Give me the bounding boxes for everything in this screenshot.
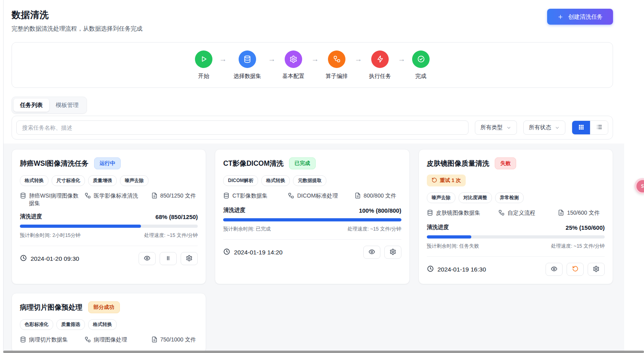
gear-icon: [389, 248, 396, 256]
progress-bar-fill: [223, 218, 401, 221]
create-task-button[interactable]: 创建清洗任务: [547, 9, 613, 25]
status-filter-dropdown[interactable]: 所有状态: [523, 120, 565, 135]
view-button[interactable]: [363, 246, 380, 259]
processing-speed: 处理速度: ~15 文件/分钟: [144, 232, 198, 239]
task-datetime: 2024-01-19 16:30: [427, 265, 486, 274]
page-subtitle: 完整的数据清洗处理流程，从数据选择到任务完成: [12, 25, 143, 33]
retry-button[interactable]: [567, 263, 584, 276]
task-cards-section: 肺癌WSI图像清洗任务 运行中 格式转换 尺寸标准化 质量增强 噪声去除 肺癌W…: [4, 144, 624, 353]
tag: 格式转换: [20, 175, 48, 186]
workflow-step-operators: 算子编排: [326, 50, 348, 80]
arrow-right-icon: →: [311, 50, 319, 64]
settings-button[interactable]: [384, 246, 401, 259]
grid-icon: [578, 124, 584, 132]
pipeline-name: 病理图像处理: [94, 336, 127, 343]
remaining-time: 预计剩余时间: 已完成: [223, 226, 270, 233]
processing-speed: 处理速度: ~15 文件/分钟: [348, 226, 401, 233]
file-icon: [151, 192, 158, 201]
tag: 异常检测: [495, 192, 524, 203]
view-toggle-group: [572, 120, 608, 135]
pause-button[interactable]: [160, 252, 177, 265]
settings-button[interactable]: [181, 252, 198, 265]
pause-icon: [165, 255, 171, 262]
floating-action-icon: [636, 180, 644, 192]
workflow-step-dataset: 选择数据集: [233, 50, 261, 80]
pipeline-name: DICOM标准处理: [297, 192, 338, 200]
task-datetime-value: 2024-01-19 14:20: [234, 249, 282, 256]
dataset-name: 皮肤镜图像数据集: [436, 209, 480, 217]
workflow-icon: [288, 192, 294, 201]
retry-icon: [572, 266, 578, 273]
progress-bar-fill: [20, 225, 141, 228]
files-meta: 850/1250 文件: [151, 192, 198, 207]
arrow-right-icon: →: [355, 50, 362, 64]
progress-value: 100% (800/800): [359, 207, 401, 214]
status-badge: 已完成: [289, 157, 316, 169]
workflow-step-start: 开始: [195, 50, 212, 80]
tag: DICOM解析: [223, 175, 258, 186]
tag: 尺寸标准化: [52, 175, 85, 186]
progress-bar: [20, 225, 198, 228]
processing-speed: 处理速度: ~15 文件/分钟: [551, 243, 605, 250]
progress-value: 68% (850/1250): [156, 213, 198, 220]
task-tags: 噪声去除 对比度调整 异常检测: [427, 192, 605, 203]
page-title: 数据清洗: [12, 9, 143, 21]
files-meta: 150/600 文件: [558, 209, 605, 218]
tag: 格式转换: [88, 319, 117, 330]
files-count: 850/1250 文件: [160, 192, 196, 200]
eye-icon: [144, 255, 150, 263]
files-meta: 750/1000 文件: [151, 336, 198, 345]
create-task-button-label: 创建清洗任务: [568, 13, 603, 21]
remaining-time: 预计剩余时间: 任务失败: [427, 243, 479, 250]
retry-icon: [432, 177, 437, 184]
check-circle-icon: [412, 50, 430, 68]
files-count: 150/600 文件: [567, 209, 600, 217]
dataset-meta: 病理切片数据集: [20, 336, 82, 345]
task-datetime-value: 2024-01-19 16:30: [438, 266, 486, 273]
view-button[interactable]: [546, 263, 563, 276]
search-input[interactable]: [16, 120, 469, 135]
progress-label: 清洗进度: [427, 224, 449, 231]
type-filter-dropdown[interactable]: 所有类型: [475, 120, 517, 135]
tag: 元数据提取: [293, 175, 326, 186]
retry-badge: 重试 1 次: [427, 175, 466, 186]
workflow-step-label: 基本配置: [282, 73, 305, 80]
files-count: 750/1000 文件: [160, 336, 196, 343]
card-divider: [223, 239, 401, 240]
pipeline-meta: 医学影像标准清洗: [85, 192, 148, 207]
dataset-name: 病理切片数据集: [29, 336, 68, 343]
task-card: 皮肤镜图像质量清洗 失败 重试 1 次 噪声去除 对比度调整 异常检测: [418, 149, 613, 284]
tag: 质量增强: [88, 175, 117, 186]
gear-icon: [186, 255, 193, 263]
workflow-icon: [85, 336, 91, 345]
status-badge: 部分成功: [88, 301, 120, 313]
workflow-step-label: 算子编排: [326, 73, 348, 80]
tab-template-management[interactable]: 模板管理: [49, 99, 85, 112]
plus-icon: [557, 14, 563, 20]
lightning-icon: [371, 50, 389, 68]
pipeline-name: 自定义流程: [507, 209, 535, 217]
status-badge: 运行中: [94, 157, 121, 169]
grid-view-button[interactable]: [572, 121, 590, 134]
dataset-meta: 皮肤镜图像数据集: [427, 209, 496, 218]
workflow-step-execute: 执行任务: [369, 50, 391, 80]
eye-icon: [551, 266, 557, 273]
settings-button[interactable]: [588, 263, 605, 276]
workflow-step-done: 完成: [412, 50, 430, 80]
toolbar-panel: 所有类型 所有状态: [12, 116, 613, 140]
tab-task-list[interactable]: 任务列表: [13, 99, 49, 112]
status-badge: 失败: [495, 157, 516, 169]
workflow-step-label: 完成: [415, 73, 426, 80]
database-icon: [223, 192, 229, 201]
file-icon: [558, 209, 564, 218]
horizontal-scrollbar[interactable]: [3, 351, 644, 353]
task-title: 皮肤镜图像质量清洗: [427, 159, 490, 168]
card-divider: [20, 246, 198, 246]
clock-icon: [20, 254, 27, 263]
database-icon: [20, 336, 26, 345]
view-button[interactable]: [139, 252, 156, 265]
list-view-button[interactable]: [590, 121, 608, 134]
type-filter-value: 所有类型: [480, 124, 503, 131]
tag: 格式转换: [261, 175, 290, 186]
file-icon: [151, 336, 158, 345]
